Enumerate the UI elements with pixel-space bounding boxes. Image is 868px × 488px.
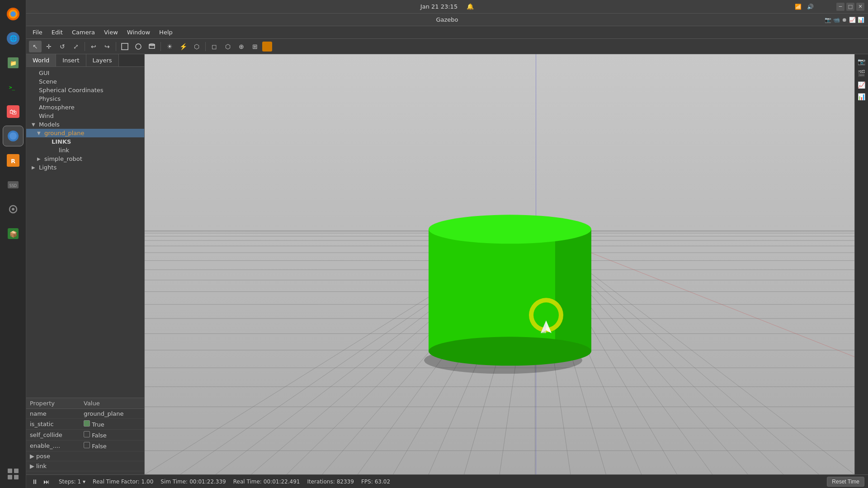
dock-icon-ssd[interactable]: SSD [3, 174, 24, 195]
tree-item-link[interactable]: link [26, 146, 144, 155]
prop-key-enable: enable_.... [26, 441, 80, 451]
tree-item-models[interactable]: ▼ Models [26, 120, 144, 129]
model-insert-button[interactable]: ⬡ [222, 41, 234, 52]
maximize-button[interactable]: □ [846, 3, 854, 11]
is-static-checkbox[interactable] [84, 420, 90, 427]
enable-checkbox[interactable] [84, 443, 90, 450]
viewport[interactable] [145, 54, 854, 474]
dock-icon-firefox[interactable] [3, 4, 24, 24]
tree-item-gui[interactable]: GUI [26, 69, 144, 77]
translate-tool-button[interactable]: ✛ [42, 41, 55, 52]
tree-label-ground-plane: ground_plane [44, 130, 85, 136]
dock-icon-settings[interactable] [3, 199, 24, 220]
tree-label-spherical-coords: Spherical Coordinates [39, 87, 104, 94]
dock-icon-appstore[interactable]: 🛍 [3, 101, 24, 122]
select-tool-button[interactable]: ↖ [29, 41, 42, 52]
plot-icon[interactable]: 📊 [858, 17, 864, 23]
cylinder-shape-button[interactable] [146, 41, 158, 52]
menu-file[interactable]: File [29, 28, 46, 37]
tree-arrow-lights: ▶ [32, 165, 37, 170]
close-button[interactable]: ✕ [856, 3, 864, 11]
tree-item-links[interactable]: LINKS [26, 137, 144, 146]
svg-rect-24 [14, 475, 19, 479]
real-time-display: Real Time: 00:01:22.491 [233, 479, 300, 485]
box-shape-button[interactable] [118, 41, 131, 52]
tab-world[interactable]: World [26, 54, 56, 66]
tab-insert[interactable]: Insert [56, 54, 86, 66]
self-collide-checkbox[interactable] [84, 432, 90, 439]
right-icon-video[interactable]: 🎬 [856, 68, 867, 79]
step-button[interactable]: ⏭ [42, 477, 52, 487]
rec-icon[interactable]: ⏺ [842, 17, 847, 23]
tree-label-wind: Wind [39, 113, 54, 119]
iterations-display: Iterations: 82339 [307, 479, 354, 485]
tree-label-gui: GUI [39, 70, 49, 76]
content-area: World Insert Layers GUI Scene Spherical … [26, 54, 868, 474]
tree-item-wind[interactable]: Wind [26, 112, 144, 120]
right-icon-camera[interactable]: 📷 [856, 56, 867, 67]
align-button[interactable]: ⊕ [235, 41, 248, 52]
dock-icon-ros[interactable]: R [3, 150, 24, 171]
dock-icon-terminal[interactable]: >_ [3, 77, 24, 98]
prop-val-is-static[interactable]: True [80, 419, 144, 430]
cylinder-bottom [429, 337, 591, 366]
rotate-tool-button[interactable]: ↺ [56, 41, 69, 52]
pause-button[interactable]: ⏸ [30, 477, 40, 487]
menu-window[interactable]: Window [123, 28, 154, 37]
ground-plane-button[interactable]: ◻ [208, 41, 221, 52]
steps-dropdown[interactable]: ▾ [83, 479, 85, 485]
prop-key-link: ▶link [26, 461, 80, 471]
tree-item-scene[interactable]: Scene [26, 77, 144, 86]
scale-tool-button[interactable]: ⤢ [70, 41, 82, 52]
svg-text:📁: 📁 [9, 60, 16, 66]
right-icon-chart[interactable]: 📈 [856, 80, 867, 90]
iterations-label: Iterations: [307, 479, 335, 485]
mesh-button[interactable]: ⬡ [190, 41, 203, 52]
reset-time-button[interactable]: Reset Time [827, 477, 864, 487]
tree-item-spherical-coords[interactable]: Spherical Coordinates [26, 86, 144, 94]
prop-key-is-static: is_static [26, 419, 80, 430]
cam-icon[interactable]: 📷 [825, 17, 831, 23]
toolbar-sep-2 [116, 42, 116, 51]
dock-icon-software[interactable]: 📦 [3, 223, 24, 244]
vid-icon[interactable]: 📹 [833, 17, 840, 23]
prop-col-property: Property [26, 398, 80, 409]
dock-icon-files[interactable]: 📁 [3, 52, 24, 73]
minimize-button[interactable]: ─ [836, 3, 844, 11]
svg-rect-25 [122, 43, 128, 50]
tab-layers[interactable]: Layers [86, 54, 119, 66]
undo-button[interactable]: ↩ [87, 41, 100, 52]
tree-label-link: link [59, 147, 69, 154]
chart-icon[interactable]: 📈 [849, 17, 856, 23]
spot-light-button[interactable]: ⚡ [177, 41, 189, 52]
toolbar-sep-1 [85, 42, 85, 51]
redo-button[interactable]: ↪ [101, 41, 113, 52]
dock-icon-browser[interactable]: 🌐 [3, 28, 24, 49]
color-button[interactable] [262, 42, 272, 52]
tree-item-ground-plane[interactable]: ▼ ground_plane [26, 129, 144, 137]
prop-val-enable[interactable]: False [80, 441, 144, 451]
volume-icon: 🔊 [807, 4, 814, 10]
dock-icon-showapps[interactable] [3, 464, 24, 484]
tree-item-atmosphere[interactable]: Atmosphere [26, 103, 144, 112]
right-icon-plot[interactable]: 📊 [856, 91, 867, 102]
prop-row-link[interactable]: ▶link [26, 461, 144, 471]
tree-arrow-ground-plane: ▼ [37, 131, 42, 136]
sun-light-button[interactable]: ☀ [163, 41, 176, 52]
prop-val-pose [80, 451, 144, 461]
tree-item-physics[interactable]: Physics [26, 94, 144, 103]
prop-key-pose: ▶pose [26, 451, 80, 461]
tree-item-simple-robot[interactable]: ▶ simple_robot [26, 155, 144, 163]
menu-help[interactable]: Help [156, 28, 176, 37]
snap-button[interactable]: ⊞ [249, 41, 261, 52]
menu-camera[interactable]: Camera [68, 28, 99, 37]
prop-row-pose[interactable]: ▶pose [26, 451, 144, 461]
svg-text:>_: >_ [9, 84, 15, 90]
menu-edit[interactable]: Edit [48, 28, 66, 37]
dock-icon-gazebo[interactable] [3, 126, 24, 146]
menu-view[interactable]: View [100, 28, 122, 37]
prop-val-name[interactable]: ground_plane [80, 409, 144, 419]
tree-item-lights[interactable]: ▶ Lights [26, 163, 144, 172]
sphere-shape-button[interactable] [132, 41, 145, 52]
prop-val-self-collide[interactable]: False [80, 430, 144, 441]
